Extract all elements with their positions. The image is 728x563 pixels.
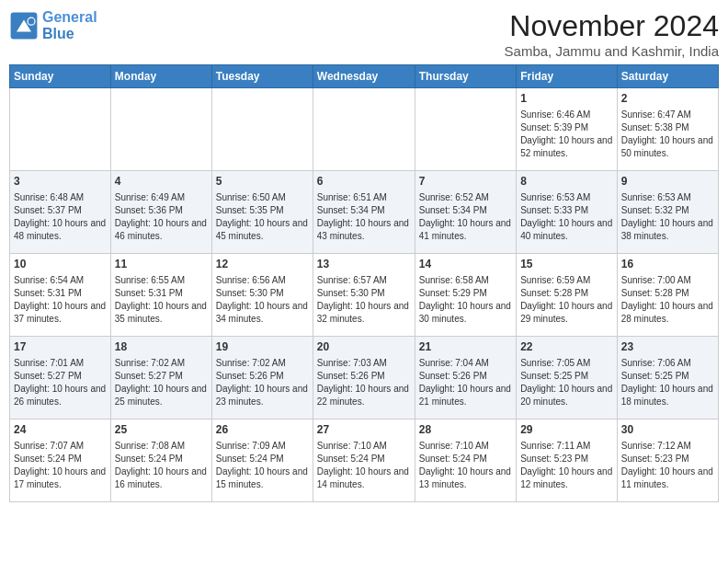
week-row-4: 24Sunrise: 7:07 AM Sunset: 5:24 PM Dayli… <box>10 419 719 502</box>
day-number: 23 <box>621 339 714 355</box>
day-info: Sunrise: 6:53 AM Sunset: 5:32 PM Dayligh… <box>621 191 714 243</box>
day-info: Sunrise: 6:47 AM Sunset: 5:38 PM Dayligh… <box>621 109 714 160</box>
day-number: 14 <box>419 257 512 272</box>
calendar-cell: 19Sunrise: 7:02 AM Sunset: 5:26 PM Dayli… <box>211 337 313 419</box>
day-info: Sunrise: 7:12 AM Sunset: 5:23 PM Dayligh… <box>621 440 714 491</box>
day-info: Sunrise: 6:48 AM Sunset: 5:37 PM Dayligh… <box>14 191 107 243</box>
day-number: 13 <box>317 257 411 272</box>
week-row-1: 3Sunrise: 6:48 AM Sunset: 5:37 PM Daylig… <box>10 171 719 254</box>
day-info: Sunrise: 7:07 AM Sunset: 5:24 PM Dayligh… <box>14 440 107 491</box>
day-number: 7 <box>419 174 512 190</box>
title-block: November 2024 Samba, Jammu and Kashmir, … <box>505 9 719 59</box>
calendar-cell: 29Sunrise: 7:11 AM Sunset: 5:23 PM Dayli… <box>517 419 618 502</box>
weekday-sunday: Sunday <box>10 65 111 88</box>
day-number: 29 <box>520 422 613 438</box>
logo: General Blue <box>9 9 97 41</box>
calendar-cell: 23Sunrise: 7:06 AM Sunset: 5:25 PM Dayli… <box>617 337 718 419</box>
calendar-body: 1Sunrise: 6:46 AM Sunset: 5:39 PM Daylig… <box>10 88 719 502</box>
calendar-cell <box>313 88 415 171</box>
day-number: 26 <box>216 422 309 438</box>
day-info: Sunrise: 6:54 AM Sunset: 5:31 PM Dayligh… <box>14 274 107 326</box>
day-info: Sunrise: 6:55 AM Sunset: 5:31 PM Dayligh… <box>115 274 208 326</box>
page-header: General Blue November 2024 Samba, Jammu … <box>9 9 719 59</box>
calendar-cell: 4Sunrise: 6:49 AM Sunset: 5:36 PM Daylig… <box>110 171 211 254</box>
day-number: 25 <box>115 422 208 438</box>
day-number: 6 <box>317 174 411 190</box>
weekday-header-row: SundayMondayTuesdayWednesdayThursdayFrid… <box>10 65 719 88</box>
day-number: 2 <box>621 91 714 107</box>
day-info: Sunrise: 6:59 AM Sunset: 5:28 PM Dayligh… <box>520 274 613 326</box>
day-info: Sunrise: 6:50 AM Sunset: 5:35 PM Dayligh… <box>216 191 309 243</box>
calendar-cell: 15Sunrise: 6:59 AM Sunset: 5:28 PM Dayli… <box>517 254 618 337</box>
calendar-cell: 26Sunrise: 7:09 AM Sunset: 5:24 PM Dayli… <box>211 419 313 502</box>
day-number: 19 <box>216 339 309 355</box>
day-info: Sunrise: 7:08 AM Sunset: 5:24 PM Dayligh… <box>115 440 208 491</box>
calendar-cell: 24Sunrise: 7:07 AM Sunset: 5:24 PM Dayli… <box>10 419 111 502</box>
day-number: 3 <box>14 174 107 190</box>
day-info: Sunrise: 7:09 AM Sunset: 5:24 PM Dayligh… <box>216 440 309 491</box>
calendar-cell <box>211 88 313 171</box>
calendar-cell: 30Sunrise: 7:12 AM Sunset: 5:23 PM Dayli… <box>617 419 718 502</box>
calendar-table: SundayMondayTuesdayWednesdayThursdayFrid… <box>9 64 719 502</box>
weekday-wednesday: Wednesday <box>313 65 415 88</box>
calendar-cell: 12Sunrise: 6:56 AM Sunset: 5:30 PM Dayli… <box>211 254 313 337</box>
day-info: Sunrise: 6:53 AM Sunset: 5:33 PM Dayligh… <box>520 191 613 243</box>
day-info: Sunrise: 6:52 AM Sunset: 5:34 PM Dayligh… <box>419 191 512 243</box>
day-number: 4 <box>115 174 208 190</box>
calendar-cell: 20Sunrise: 7:03 AM Sunset: 5:26 PM Dayli… <box>313 337 415 419</box>
day-info: Sunrise: 7:03 AM Sunset: 5:26 PM Dayligh… <box>317 357 411 408</box>
calendar-cell <box>110 88 211 171</box>
calendar-cell: 8Sunrise: 6:53 AM Sunset: 5:33 PM Daylig… <box>517 171 618 254</box>
location-title: Samba, Jammu and Kashmir, India <box>505 43 719 59</box>
day-number: 16 <box>621 257 714 272</box>
day-info: Sunrise: 6:56 AM Sunset: 5:30 PM Dayligh… <box>216 274 309 326</box>
day-info: Sunrise: 7:02 AM Sunset: 5:27 PM Dayligh… <box>115 357 208 408</box>
day-info: Sunrise: 7:10 AM Sunset: 5:24 PM Dayligh… <box>317 440 411 491</box>
day-info: Sunrise: 6:46 AM Sunset: 5:39 PM Dayligh… <box>520 109 613 160</box>
day-number: 15 <box>520 257 613 272</box>
calendar-cell: 22Sunrise: 7:05 AM Sunset: 5:25 PM Dayli… <box>517 337 618 419</box>
day-number: 1 <box>520 91 613 107</box>
day-number: 8 <box>520 174 613 190</box>
calendar-cell: 3Sunrise: 6:48 AM Sunset: 5:37 PM Daylig… <box>10 171 111 254</box>
calendar-cell: 11Sunrise: 6:55 AM Sunset: 5:31 PM Dayli… <box>110 254 211 337</box>
day-info: Sunrise: 7:01 AM Sunset: 5:27 PM Dayligh… <box>14 357 107 408</box>
day-info: Sunrise: 7:11 AM Sunset: 5:23 PM Dayligh… <box>520 440 613 491</box>
calendar-cell: 10Sunrise: 6:54 AM Sunset: 5:31 PM Dayli… <box>10 254 111 337</box>
day-info: Sunrise: 6:51 AM Sunset: 5:34 PM Dayligh… <box>317 191 411 243</box>
week-row-2: 10Sunrise: 6:54 AM Sunset: 5:31 PM Dayli… <box>10 254 719 337</box>
logo-text: General Blue <box>42 9 97 41</box>
calendar-cell: 27Sunrise: 7:10 AM Sunset: 5:24 PM Dayli… <box>313 419 415 502</box>
calendar-cell: 25Sunrise: 7:08 AM Sunset: 5:24 PM Dayli… <box>110 419 211 502</box>
logo-icon <box>9 11 39 40</box>
day-number: 20 <box>317 339 411 355</box>
day-info: Sunrise: 6:58 AM Sunset: 5:29 PM Dayligh… <box>419 274 512 326</box>
day-number: 22 <box>520 339 613 355</box>
day-number: 9 <box>621 174 714 190</box>
month-title: November 2024 <box>505 9 719 43</box>
calendar-cell: 9Sunrise: 6:53 AM Sunset: 5:32 PM Daylig… <box>617 171 718 254</box>
day-info: Sunrise: 7:02 AM Sunset: 5:26 PM Dayligh… <box>216 357 309 408</box>
day-number: 24 <box>14 422 107 438</box>
weekday-friday: Friday <box>517 65 618 88</box>
calendar-cell: 28Sunrise: 7:10 AM Sunset: 5:24 PM Dayli… <box>415 419 516 502</box>
day-number: 27 <box>317 422 411 438</box>
weekday-thursday: Thursday <box>415 65 516 88</box>
day-number: 21 <box>419 339 512 355</box>
calendar-cell: 21Sunrise: 7:04 AM Sunset: 5:26 PM Dayli… <box>415 337 516 419</box>
calendar-cell: 18Sunrise: 7:02 AM Sunset: 5:27 PM Dayli… <box>110 337 211 419</box>
day-info: Sunrise: 7:05 AM Sunset: 5:25 PM Dayligh… <box>520 357 613 408</box>
weekday-monday: Monday <box>110 65 211 88</box>
calendar-cell: 5Sunrise: 6:50 AM Sunset: 5:35 PM Daylig… <box>211 171 313 254</box>
calendar-cell <box>10 88 111 171</box>
weekday-saturday: Saturday <box>617 65 718 88</box>
day-info: Sunrise: 7:06 AM Sunset: 5:25 PM Dayligh… <box>621 357 714 408</box>
day-info: Sunrise: 7:04 AM Sunset: 5:26 PM Dayligh… <box>419 357 512 408</box>
day-number: 18 <box>115 339 208 355</box>
calendar-cell: 6Sunrise: 6:51 AM Sunset: 5:34 PM Daylig… <box>313 171 415 254</box>
day-number: 12 <box>216 257 309 272</box>
day-number: 28 <box>419 422 512 438</box>
calendar-cell: 2Sunrise: 6:47 AM Sunset: 5:38 PM Daylig… <box>617 88 718 171</box>
weekday-tuesday: Tuesday <box>211 65 313 88</box>
week-row-0: 1Sunrise: 6:46 AM Sunset: 5:39 PM Daylig… <box>10 88 719 171</box>
